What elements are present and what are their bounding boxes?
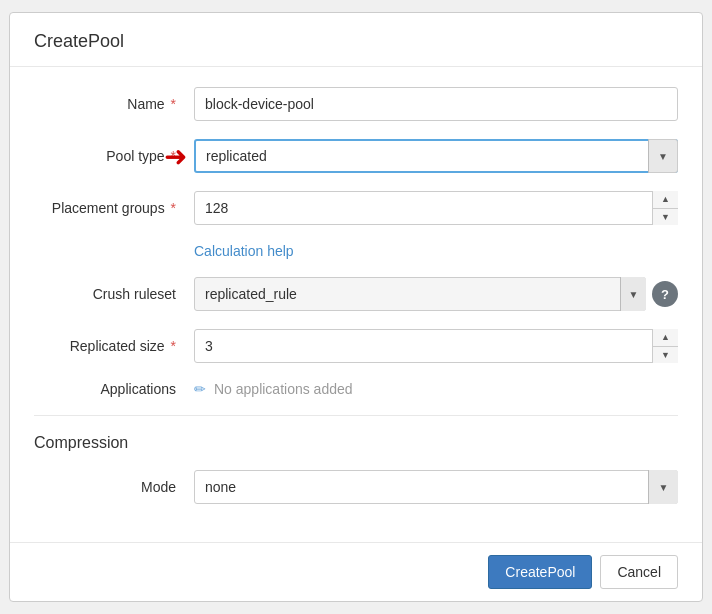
pool-type-select[interactable]: replicated erasure (194, 139, 678, 173)
replicated-size-label: Replicated size * (34, 338, 194, 354)
applications-row: Applications ✏ No applications added (34, 381, 678, 397)
placement-groups-spinner: ▲ ▼ (194, 191, 678, 225)
calc-help-row: Calculation help (34, 243, 678, 259)
create-pool-dialog: CreatePool Name * Pool type * ➜ replicat… (9, 12, 703, 602)
create-pool-button[interactable]: CreatePool (488, 555, 592, 589)
placement-groups-label: Placement groups * (34, 200, 194, 216)
crush-ruleset-select[interactable]: replicated_rule (194, 277, 646, 311)
name-label: Name * (34, 96, 194, 112)
mode-label: Mode (34, 479, 194, 495)
crush-ruleset-row: Crush ruleset replicated_rule ? (34, 277, 678, 311)
crush-ruleset-label: Crush ruleset (34, 286, 194, 302)
dialog-footer: CreatePool Cancel (10, 542, 702, 601)
rep-size-required-star: * (171, 338, 176, 354)
spinner-buttons: ▲ ▼ (652, 191, 678, 225)
pg-decrement-button[interactable]: ▼ (653, 209, 678, 226)
crush-help-icon[interactable]: ? (652, 281, 678, 307)
dialog-title: CreatePool (10, 13, 702, 67)
pg-increment-button[interactable]: ▲ (653, 191, 678, 209)
pool-type-row: Pool type * ➜ replicated erasure (34, 139, 678, 173)
arrow-indicator: ➜ (164, 140, 187, 173)
pg-required-star: * (171, 200, 176, 216)
name-row: Name * (34, 87, 678, 121)
calc-help-link[interactable]: Calculation help (194, 243, 294, 259)
placement-groups-row: Placement groups * ▲ ▼ (34, 191, 678, 225)
applications-label: Applications (34, 381, 194, 397)
replicated-size-input[interactable] (194, 329, 678, 363)
dialog-body: Name * Pool type * ➜ replicated erasure (10, 67, 702, 542)
replicated-size-row: Replicated size * ▲ ▼ (34, 329, 678, 363)
mode-select-wrapper: none aggressive passive force (194, 470, 678, 504)
name-required-star: * (171, 96, 176, 112)
mode-row: Mode none aggressive passive force (34, 470, 678, 504)
crush-ruleset-wrapper: replicated_rule ? (194, 277, 678, 311)
no-applications-text: No applications added (214, 381, 353, 397)
rep-size-spinner-buttons: ▲ ▼ (652, 329, 678, 363)
pool-type-select-wrapper: replicated erasure (194, 139, 678, 173)
section-divider (34, 415, 678, 416)
placement-groups-input[interactable] (194, 191, 678, 225)
applications-edit-icon[interactable]: ✏ (194, 381, 206, 397)
rep-size-increment-button[interactable]: ▲ (653, 329, 678, 347)
replicated-size-spinner: ▲ ▼ (194, 329, 678, 363)
compression-section-title: Compression (34, 434, 678, 452)
name-input[interactable] (194, 87, 678, 121)
crush-select-wrapper: replicated_rule (194, 277, 646, 311)
mode-select[interactable]: none aggressive passive force (194, 470, 678, 504)
rep-size-decrement-button[interactable]: ▼ (653, 347, 678, 364)
cancel-button[interactable]: Cancel (600, 555, 678, 589)
